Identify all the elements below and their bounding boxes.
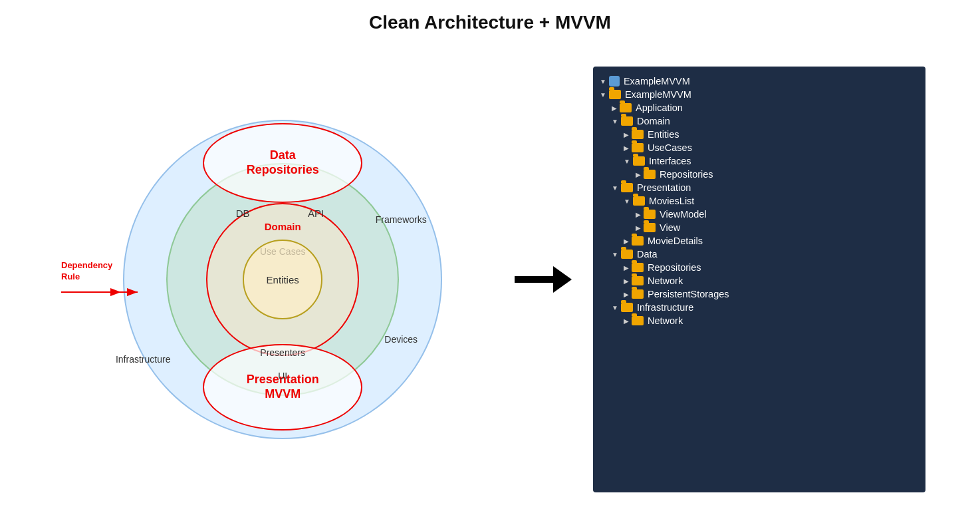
tree-arrow-root: ▼ xyxy=(600,78,606,85)
tree-item[interactable]: ▶View xyxy=(593,221,925,234)
tree-toggle-arrow[interactable]: ▶ xyxy=(624,264,629,271)
tree-toggle-arrow[interactable]: ▼ xyxy=(600,91,606,98)
tree-item-label: ExampleMVVM xyxy=(625,89,691,100)
folder-icon xyxy=(644,170,656,179)
folder-icon xyxy=(632,276,644,285)
ellipse-data-repo: Data Repositories xyxy=(203,123,362,203)
tree-item-label: Data xyxy=(637,249,658,260)
tree-toggle-arrow[interactable]: ▶ xyxy=(624,317,629,325)
tree-toggle-arrow[interactable]: ▼ xyxy=(624,198,630,205)
tree-item[interactable]: ▶Entities xyxy=(593,128,925,141)
tree-item[interactable]: ▼Presentation xyxy=(593,181,925,194)
tree-toggle-arrow[interactable]: ▶ xyxy=(624,131,629,138)
tree-toggle-arrow[interactable]: ▶ xyxy=(636,224,641,232)
svg-marker-5 xyxy=(553,266,572,293)
tree-item[interactable]: ▼Interfaces xyxy=(593,154,925,168)
page-title: Clean Architecture + MVVM xyxy=(369,12,611,33)
tree-item[interactable]: ▶Network xyxy=(593,314,925,327)
svg-rect-4 xyxy=(515,276,554,283)
folder-icon xyxy=(632,130,644,139)
api-label: API xyxy=(308,208,324,219)
folder-icon xyxy=(621,250,633,259)
folder-icon xyxy=(644,210,656,219)
tree-item[interactable]: ▼MoviesList xyxy=(593,194,925,208)
tree-toggle-arrow[interactable]: ▶ xyxy=(624,144,629,152)
tree-toggle-arrow[interactable]: ▶ xyxy=(624,291,629,298)
folder-icon xyxy=(632,263,644,272)
domain-label: Domain xyxy=(265,221,301,232)
dep-rule-label: DependencyRule xyxy=(61,260,112,283)
project-icon xyxy=(609,76,620,86)
folder-icon xyxy=(621,303,633,312)
tree-item-label: Interfaces xyxy=(649,156,691,166)
tree-item[interactable]: ▼Data xyxy=(593,248,925,261)
tree-item-label: Repositories xyxy=(648,262,701,273)
devices-label: Devices xyxy=(384,334,418,345)
tree-item-label: MoviesList xyxy=(649,196,695,206)
tree-toggle-arrow[interactable]: ▶ xyxy=(636,171,641,178)
folder-icon xyxy=(644,223,656,232)
folder-icon xyxy=(632,289,644,299)
tree-item-label: Repositories xyxy=(660,169,713,180)
tree-item-label: Entities xyxy=(648,129,679,140)
folder-icon xyxy=(632,143,644,152)
tree-item[interactable]: ▼Infrastructure xyxy=(593,301,925,314)
tree-toggle-arrow[interactable]: ▶ xyxy=(636,211,641,218)
tree-items: ▼ExampleMVVM▶Application▼Domain▶Entities… xyxy=(593,88,925,327)
folder-icon xyxy=(621,116,633,126)
tree-item-label: PersistentStorages xyxy=(648,289,729,299)
presenters-label: Presenters xyxy=(260,347,305,358)
tree-item-label: Infrastructure xyxy=(637,302,693,313)
main-content: Domain Use Cases Entities Data Repositor… xyxy=(0,40,980,519)
tree-item-label: UseCases xyxy=(648,142,692,153)
tree-toggle-arrow[interactable]: ▼ xyxy=(612,304,618,311)
tree-toggle-arrow[interactable]: ▶ xyxy=(624,277,629,285)
tree-toggle-arrow[interactable]: ▶ xyxy=(612,104,617,112)
folder-icon xyxy=(632,236,644,246)
tree-item-label: Network xyxy=(648,315,683,326)
tree-toggle-arrow[interactable]: ▼ xyxy=(624,158,630,165)
folder-icon xyxy=(609,90,621,99)
folder-icon xyxy=(633,196,645,206)
tree-item[interactable]: ▶MovieDetails xyxy=(593,234,925,248)
tree-item[interactable]: ▼ExampleMVVM xyxy=(593,88,925,101)
tree-toggle-arrow[interactable]: ▼ xyxy=(612,251,618,258)
folder-icon xyxy=(621,183,633,192)
file-tree-panel: ▼ ExampleMVVM ▼ExampleMVVM▶Application▼D… xyxy=(593,67,925,492)
infrastructure-label: Infrastructure xyxy=(116,354,170,365)
tree-item[interactable]: ▶Repositories xyxy=(593,261,925,274)
diagram-area: Domain Use Cases Entities Data Repositor… xyxy=(55,53,493,506)
tree-root[interactable]: ▼ ExampleMVVM xyxy=(593,75,925,88)
tree-item-label: Presentation xyxy=(637,182,691,193)
tree-item-label: ViewModel xyxy=(660,209,707,220)
tree-item-label: View xyxy=(660,222,680,233)
tree-toggle-arrow[interactable]: ▼ xyxy=(612,118,618,125)
folder-icon xyxy=(633,156,645,166)
ui-label: UI xyxy=(278,371,287,381)
tree-toggle-arrow[interactable]: ▶ xyxy=(624,238,629,245)
data-repo-label: Data Repositories xyxy=(247,148,319,177)
tree-item[interactable]: ▶PersistentStorages xyxy=(593,287,925,301)
tree-item-label: Application xyxy=(636,102,683,113)
tree-item-label: MovieDetails xyxy=(648,236,703,246)
tree-toggle-arrow[interactable]: ▼ xyxy=(612,184,618,192)
tree-item[interactable]: ▶ViewModel xyxy=(593,208,925,221)
tree-item-label: Network xyxy=(648,275,683,286)
circle-entity: Entities xyxy=(243,240,322,319)
tree-item[interactable]: ▶Application xyxy=(593,101,925,114)
entities-label: Entities xyxy=(267,274,299,285)
frameworks-label: Frameworks xyxy=(376,214,427,225)
dep-rule-arrow xyxy=(61,285,141,299)
folder-icon xyxy=(632,316,644,325)
tree-item[interactable]: ▼Domain xyxy=(593,114,925,128)
folder-icon xyxy=(620,103,632,112)
tree-item[interactable]: ▶Repositories xyxy=(593,168,925,181)
root-label: ExampleMVVM xyxy=(624,76,690,86)
center-arrow xyxy=(513,260,573,299)
db-label: DB xyxy=(236,208,250,219)
tree-item-label: Domain xyxy=(637,116,670,126)
tree-item[interactable]: ▶Network xyxy=(593,274,925,287)
dependency-rule: DependencyRule xyxy=(61,260,141,299)
tree-item[interactable]: ▶UseCases xyxy=(593,141,925,154)
